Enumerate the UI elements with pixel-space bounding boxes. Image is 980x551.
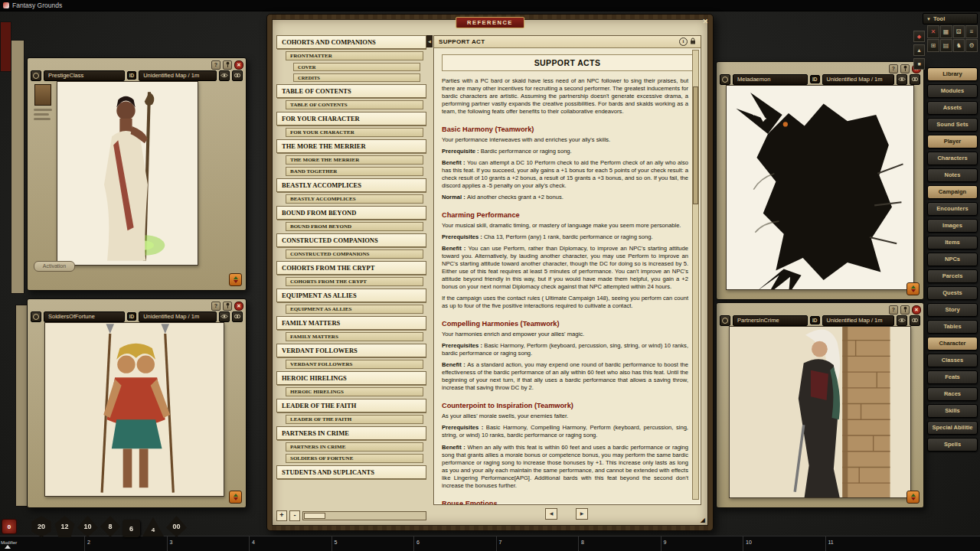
- toc-entry[interactable]: BOUND FROM BEYOND: [286, 222, 423, 231]
- sidebar-button[interactable]: Modules: [927, 84, 978, 98]
- die[interactable]: 00: [166, 516, 187, 537]
- eye-icon[interactable]: [219, 311, 230, 322]
- module-icon[interactable]: [229, 491, 242, 504]
- sidebar-button[interactable]: Spells: [927, 438, 978, 452]
- hotbar-slot[interactable]: 10: [743, 536, 825, 551]
- scrollbar-thumb[interactable]: [693, 86, 698, 204]
- sidebar-button[interactable]: Classes: [927, 354, 978, 367]
- tool-side-button-2[interactable]: ▲: [913, 44, 925, 56]
- toc-entry[interactable]: CONSTRUCTED COMPANIONS: [276, 233, 426, 247]
- toc-entry[interactable]: FAMILY MATTERS: [276, 316, 426, 330]
- toc-entry[interactable]: PARTNERS IN CRIME: [276, 426, 426, 440]
- sidebar-button[interactable]: Player: [927, 135, 978, 148]
- module-icon[interactable]: [229, 273, 242, 286]
- eye-icon[interactable]: [219, 70, 230, 81]
- sidebar-button[interactable]: Special Abilitie: [927, 421, 978, 435]
- die[interactable]: 8: [100, 516, 120, 537]
- sidebar-button[interactable]: NPCs: [927, 253, 978, 266]
- toc-entry[interactable]: FOR YOUR CHARACTER: [286, 128, 423, 137]
- eye-icon[interactable]: [897, 315, 907, 326]
- die[interactable]: 12: [54, 516, 75, 537]
- tool-side-button-1[interactable]: ◆: [913, 31, 925, 42]
- toc-entry[interactable]: EQUIPMENT AS ALLIES: [286, 305, 423, 314]
- link-icon[interactable]: [910, 74, 920, 85]
- sidebar-button[interactable]: Races: [927, 387, 978, 401]
- info-icon[interactable]: i: [679, 37, 688, 46]
- toc-entry[interactable]: CREDITS: [293, 73, 420, 82]
- vertical-scrollbar[interactable]: [692, 50, 699, 500]
- toc-entry[interactable]: VERDANT FOLLOWERS: [276, 344, 426, 357]
- toc-entry[interactable]: COVER: [293, 63, 420, 71]
- sidebar-button[interactable]: Parcels: [927, 269, 978, 283]
- collapse-toc-icon[interactable]: ◀: [426, 35, 433, 47]
- toc-entry[interactable]: COHORTS FROM THE CRYPT: [286, 277, 423, 286]
- record-name-field[interactable]: SoldiersOfFortune: [44, 311, 125, 322]
- sidebar-button[interactable]: Story: [927, 303, 978, 317]
- tool-button-1[interactable]: ✕: [927, 25, 939, 38]
- sidebar-button[interactable]: Feats: [927, 370, 978, 384]
- activation-button[interactable]: Activation: [34, 261, 75, 272]
- toc-entry[interactable]: BOUND FROM BEYOND: [276, 206, 426, 220]
- toc-entry[interactable]: FRONTMATTER: [286, 51, 423, 60]
- toc-entry[interactable]: BEASTLY ACCOMPLICES: [276, 178, 426, 192]
- horizontal-scrollbar[interactable]: [302, 511, 426, 520]
- die[interactable]: 20: [31, 516, 52, 537]
- hotbar-slot[interactable]: 6: [413, 536, 496, 551]
- tool-button-8[interactable]: ⚙: [965, 39, 978, 52]
- pin-icon[interactable]: [900, 305, 910, 315]
- sidebar-button[interactable]: Campaign: [927, 185, 978, 199]
- help-icon[interactable]: ?: [889, 64, 898, 73]
- help-icon[interactable]: ?: [211, 60, 220, 70]
- record-name-field[interactable]: Meladaemon: [733, 74, 808, 85]
- link-icon[interactable]: [232, 70, 243, 81]
- close-icon[interactable]: ✕: [234, 302, 243, 311]
- die[interactable]: 4: [142, 516, 164, 537]
- toc-entry[interactable]: PARTNERS IN CRIME: [286, 442, 423, 452]
- tool-side-button-3[interactable]: ■: [913, 58, 925, 70]
- toc-entry[interactable]: EQUIPMENT AS ALLIES: [276, 289, 426, 302]
- pin-icon[interactable]: [223, 302, 232, 311]
- sidebar-button[interactable]: Images: [927, 219, 978, 233]
- pin-icon[interactable]: [223, 60, 232, 70]
- tool-button-4[interactable]: ≡: [965, 25, 978, 38]
- hotbar-slot[interactable]: 8: [578, 536, 661, 551]
- close-icon[interactable]: ✕: [234, 60, 243, 70]
- sidebar-button[interactable]: Sound Sets: [927, 118, 978, 132]
- toc-entry[interactable]: BAND TOGETHER: [286, 167, 423, 176]
- toc-entry[interactable]: COHORTS AND COMPANIONS: [276, 35, 426, 49]
- zoom-in-button[interactable]: +: [276, 510, 287, 521]
- radial-menu-icon[interactable]: [720, 74, 730, 85]
- toc-entry[interactable]: THE MORE THE MERRIER: [286, 155, 423, 165]
- sidebar-button[interactable]: Encounters: [927, 202, 978, 216]
- die[interactable]: 6: [122, 520, 140, 537]
- map-field[interactable]: Unidentified Map / 1m: [139, 311, 217, 322]
- toc-entry[interactable]: HEROIC HIRELINGS: [276, 371, 426, 385]
- sidebar-button[interactable]: Characters: [927, 152, 978, 165]
- hotbar-slot[interactable]: 11: [825, 536, 908, 551]
- sidebar-button[interactable]: Quests: [927, 286, 978, 300]
- pin-icon[interactable]: [900, 64, 910, 73]
- hotbar-slot[interactable]: 2: [84, 536, 167, 551]
- radial-menu-icon[interactable]: [31, 70, 41, 81]
- hotbar-slot[interactable]: 4: [249, 536, 332, 551]
- next-page-button[interactable]: ▶: [576, 508, 588, 520]
- record-name-field[interactable]: PrestigeClass: [44, 70, 125, 81]
- radial-menu-icon[interactable]: [720, 315, 730, 326]
- eye-icon[interactable]: [897, 74, 907, 85]
- record-name-field[interactable]: PartnersInCrime: [733, 315, 808, 326]
- map-field[interactable]: Unidentified Map / 1m: [822, 315, 894, 326]
- reference-tab[interactable]: REFERENCE: [456, 17, 524, 28]
- sidebar-button[interactable]: Character: [927, 337, 978, 350]
- link-icon[interactable]: [232, 311, 243, 322]
- scrollbar-thumb[interactable]: [304, 513, 325, 519]
- sidebar-button[interactable]: Items: [927, 236, 978, 249]
- toc-entry[interactable]: VERDANT FOLLOWERS: [286, 360, 423, 369]
- toc-entry[interactable]: THE MORE THE MERRIER: [276, 139, 426, 153]
- toc-entry[interactable]: TABLE OF CONTENTS: [276, 84, 426, 98]
- toc-entry[interactable]: LEADER OF THE FAITH: [286, 415, 423, 424]
- toc-entry[interactable]: CONSTRUCTED COMPANIONS: [286, 249, 423, 259]
- toc-entry[interactable]: STUDENTS AND SUPLICANTS: [276, 465, 426, 479]
- hotbar-slot[interactable]: 9: [661, 536, 743, 551]
- toc-entry[interactable]: TABLE OF CONTENTS: [286, 100, 423, 109]
- help-icon[interactable]: ?: [211, 302, 220, 311]
